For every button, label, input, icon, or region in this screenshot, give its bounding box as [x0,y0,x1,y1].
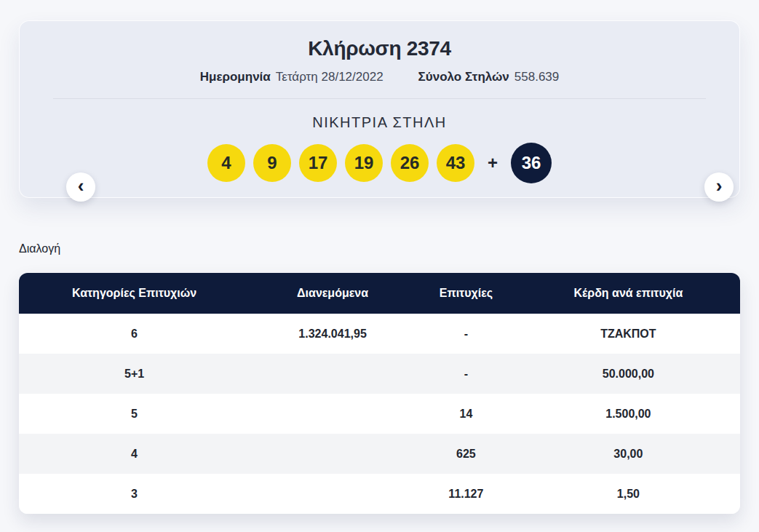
cell-winners: - [416,314,517,354]
cell-category: 4 [19,434,250,474]
cell-distributed [250,474,416,514]
cell-winners: 14 [416,394,517,434]
cell-distributed [250,354,416,394]
columns-total-label: Σύνολο Στηλών [418,70,509,84]
table-header-row: Κατηγορίες Επιτυχιών Διανεμόμενα Επιτυχί… [19,273,740,314]
cell-distributed: 1.324.041,95 [250,314,416,354]
draw-card: Κλήρωση 2374 Ημερομηνία Τετάρτη 28/12/20… [19,20,740,198]
table-row: 5 14 1.500,00 [19,394,740,434]
draw-date: Ημερομηνία Τετάρτη 28/12/2022 [200,70,384,84]
table-row: 3 11.127 1,50 [19,474,740,514]
cell-prize: 30,00 [517,434,740,474]
plus-sign: + [488,153,498,173]
cell-prize: 1,50 [517,474,740,514]
date-label: Ημερομηνία [200,70,271,84]
date-value: Τετάρτη 28/12/2022 [276,70,384,84]
draw-title: Κλήρωση 2374 [20,37,739,60]
cell-category: 5 [19,394,250,434]
cell-prize: ΤΖΑΚΠΟΤ [517,314,740,354]
number-ball: 4 [207,144,245,182]
number-ball: 9 [253,144,291,182]
bonus-number-ball: 36 [511,143,552,183]
column-header-categories: Κατηγορίες Επιτυχιών [19,273,250,314]
winning-column-title: ΝΙΚΗΤΡΙΑ ΣΤΗΛΗ [20,114,739,131]
number-ball: 19 [345,144,383,182]
cell-distributed [250,434,416,474]
column-header-winners: Επιτυχίες [416,273,517,314]
cell-category: 3 [19,474,250,514]
table-row: 5+1 - 50.000,00 [19,354,740,394]
cell-prize: 50.000,00 [517,354,740,394]
cell-distributed [250,394,416,434]
cell-prize: 1.500,00 [517,394,740,434]
table-row: 6 1.324.041,95 - ΤΖΑΚΠΟΤ [19,314,740,354]
sorting-section-label: Διαλογή [19,242,60,255]
previous-draw-button[interactable]: ‹ [66,172,95,202]
cell-winners: 11.127 [416,474,517,514]
divider [53,98,706,99]
chevron-left-icon: ‹ [78,176,84,195]
winning-numbers: 4 9 17 19 26 43 + 36 [20,143,739,183]
number-ball: 17 [299,144,337,182]
page: { "draw": { "title": "Κλήρωση 2374", "da… [0,0,759,532]
draw-meta: Ημερομηνία Τετάρτη 28/12/2022 Σύνολο Στη… [20,70,739,84]
cell-category: 5+1 [19,354,250,394]
next-draw-button[interactable]: › [704,172,734,202]
columns-total-value: 558.639 [514,70,559,84]
column-header-distributed: Διανεμόμενα [250,273,416,314]
chevron-right-icon: › [716,176,723,195]
columns-total: Σύνολο Στηλών 558.639 [418,70,560,84]
cell-category: 6 [19,314,250,354]
number-ball: 43 [437,144,474,182]
results-table: Κατηγορίες Επιτυχιών Διανεμόμενα Επιτυχί… [19,273,740,514]
cell-winners: 625 [416,434,517,474]
number-ball: 26 [391,144,429,182]
table-row: 4 625 30,00 [19,434,740,474]
column-header-prize: Κέρδη ανά επιτυχία [517,273,740,314]
cell-winners: - [416,354,517,394]
